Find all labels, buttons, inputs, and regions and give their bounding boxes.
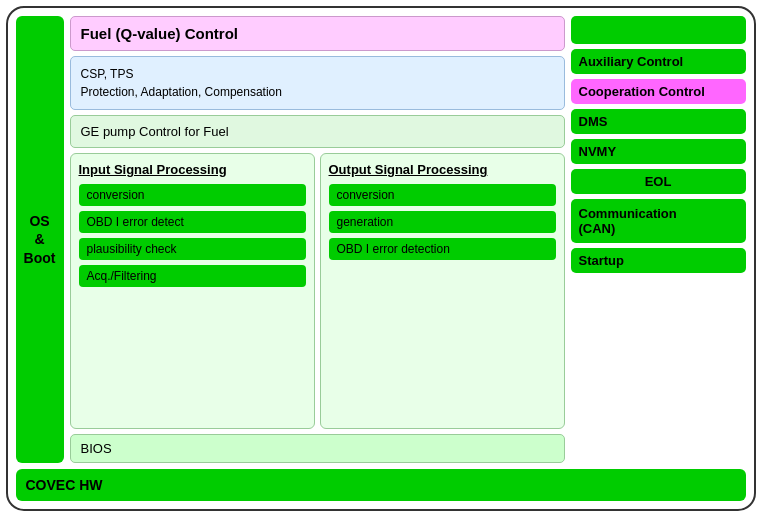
csp-tps-box: CSP, TPS Protection, Adaptation, Compens… <box>70 56 565 110</box>
right-empty-btn <box>571 16 746 44</box>
eol-btn: EOL <box>571 169 746 194</box>
covec-hw-bar: COVEC HW <box>16 469 746 501</box>
fuel-control-bar: Fuel (Q-value) Control <box>70 16 565 51</box>
obd-error-detect-item: OBD I error detect <box>79 211 306 233</box>
auxiliary-control-btn: Auxiliary Control <box>571 49 746 74</box>
main-area: OS & Boot Fuel (Q-value) Control CSP, TP… <box>16 16 746 463</box>
acq-filtering-item: Acq./Filtering <box>79 265 306 287</box>
output-conversion-item: conversion <box>329 184 556 206</box>
right-column: Auxiliary Control Cooperation Control DM… <box>571 16 746 463</box>
bios-bar: BIOS <box>70 434 565 463</box>
signal-area: Input Signal Processing conversion OBD I… <box>70 153 565 429</box>
startup-btn: Startup <box>571 248 746 273</box>
obd-error-detection-item: OBD I error detection <box>329 238 556 260</box>
input-signal-box: Input Signal Processing conversion OBD I… <box>70 153 315 429</box>
cooperation-control-btn: Cooperation Control <box>571 79 746 104</box>
input-conversion-item: conversion <box>79 184 306 206</box>
main-container: OS & Boot Fuel (Q-value) Control CSP, TP… <box>6 6 756 511</box>
generation-item: generation <box>329 211 556 233</box>
ge-pump-box: GE pump Control for Fuel <box>70 115 565 148</box>
dms-btn: DMS <box>571 109 746 134</box>
plausibility-check-item: plausibility check <box>79 238 306 260</box>
nvmy-btn: NVMY <box>571 139 746 164</box>
output-signal-box: Output Signal Processing conversion gene… <box>320 153 565 429</box>
center-content: Fuel (Q-value) Control CSP, TPS Protecti… <box>70 16 565 463</box>
communication-btn: Communication (CAN) <box>571 199 746 243</box>
output-signal-title: Output Signal Processing <box>329 162 556 177</box>
os-boot-label: OS & Boot <box>16 16 64 463</box>
input-signal-title: Input Signal Processing <box>79 162 306 177</box>
